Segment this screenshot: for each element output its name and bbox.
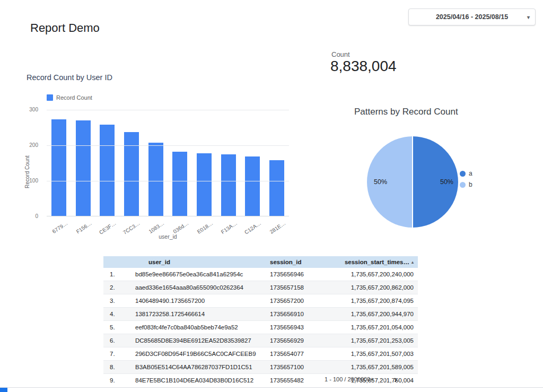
date-range-value: 2025/04/16 - 2025/08/15 <box>436 13 508 21</box>
table-header-row: user_idsession_idsession_start_times…▴ <box>103 256 418 268</box>
row-index-cell: 4. <box>103 308 129 320</box>
bar[interactable] <box>221 154 236 216</box>
bar[interactable] <box>245 156 260 216</box>
bar[interactable] <box>197 153 212 216</box>
gridline <box>47 216 289 216</box>
bar-chart-title: Record Count by User ID <box>27 73 112 82</box>
table-row: 7.296D3CF08D954F19B66C5AC0CAFCEEB9173565… <box>103 347 418 361</box>
column-header[interactable]: user_id <box>129 256 266 268</box>
session-id-cell: 1735656946 <box>266 268 322 281</box>
pie-divider <box>412 136 413 228</box>
user-id-cell: 1406489490.1735657200 <box>129 294 266 307</box>
scorecard-label: Count <box>331 50 350 58</box>
x-tick-label: 1083… <box>148 220 165 234</box>
date-range-selector[interactable]: 2025/04/16 - 2025/08/15 ▾ <box>408 8 536 25</box>
row-index-cell: 3. <box>103 294 129 307</box>
x-tick-label: F156… <box>75 220 92 234</box>
row-index-cell: 6. <box>103 334 129 347</box>
row-index-cell: 9. <box>103 374 129 384</box>
gridline <box>47 145 289 146</box>
bars <box>47 110 289 216</box>
user-id-cell: eef083fc4fe7c0ba840ab5beb74e9a52 <box>129 321 266 334</box>
legend-swatch <box>47 94 53 101</box>
bar-slot <box>265 110 289 216</box>
bar-slot <box>216 110 241 216</box>
prev-page-button[interactable]: ‹ <box>382 376 386 383</box>
session-start-cell: 1,735,657,201,253,005 <box>322 334 418 347</box>
column-header[interactable]: session_start_times…▴ <box>322 256 418 268</box>
bar-slot <box>95 110 119 216</box>
table-row: 3.1406489490.173565720017356572001,735,6… <box>103 294 418 308</box>
column-header-index <box>103 256 129 268</box>
pie-legend-item[interactable]: b <box>460 181 472 188</box>
bar[interactable] <box>148 143 163 216</box>
bar-chart-plot <box>47 110 289 216</box>
bar-chart-legend[interactable]: Record Count <box>47 94 92 101</box>
pie-slice-label-a: 50% <box>440 178 453 186</box>
user-id-cell: bd85e9ee866675e0ea36ca841a62954c <box>129 268 266 281</box>
x-tick-label: 281E… <box>269 220 287 235</box>
footer-accent <box>0 388 7 392</box>
page-title: Report Demo <box>30 21 100 35</box>
bar[interactable] <box>172 152 187 216</box>
column-header-label: session_start_times… <box>345 259 409 265</box>
session-id-cell: 1735655482 <box>266 374 322 384</box>
y-tick-label: 300 <box>21 107 38 112</box>
legend-label: a <box>469 170 472 177</box>
bar[interactable] <box>76 120 91 216</box>
pie-chart-title: Patterns by Record Count <box>354 107 458 117</box>
table-row: 4.1381723258.172546661417356569101,735,6… <box>103 308 418 321</box>
bar[interactable] <box>100 125 115 216</box>
bar-slot <box>241 110 265 216</box>
user-id-cell: 84E7E5BC1B104D6EA034D83B0D16C512 <box>129 374 266 384</box>
row-index-cell: 8. <box>103 361 129 373</box>
legend-label: Record Count <box>56 94 92 101</box>
bar[interactable] <box>269 160 284 216</box>
bar-slot <box>119 110 144 216</box>
session-start-cell: 1,735,657,201,589,005 <box>322 361 418 373</box>
next-page-button[interactable]: › <box>394 376 397 383</box>
gridline <box>47 181 289 181</box>
session-start-cell: 1,735,657,200,874,095 <box>322 294 418 307</box>
gridline <box>47 110 289 110</box>
pagination: 1 - 100 / 2000000+ ‹ › <box>325 376 397 383</box>
bar-slot <box>144 110 168 216</box>
pagination-range-label: 1 - 100 / 2000000+ <box>325 376 374 382</box>
x-tick-label: 6779… <box>51 220 68 234</box>
row-index-cell: 5. <box>103 321 129 334</box>
x-axis-title: user_id <box>47 233 289 240</box>
pie-legend-item[interactable]: a <box>460 170 472 177</box>
x-tick-label: E018… <box>196 220 214 235</box>
bar-slot <box>192 110 216 216</box>
scorecard-value: 8,838,004 <box>330 58 397 75</box>
session-id-cell: 1735657200 <box>266 294 322 307</box>
column-header[interactable]: session_id <box>266 256 322 268</box>
footer-divider <box>0 387 543 388</box>
table-row: 5.eef083fc4fe7c0ba840ab5beb74e9a52173565… <box>103 321 418 334</box>
user-id-cell: 1381723258.1725466614 <box>129 308 266 320</box>
sort-ascending-icon: ▴ <box>411 260 414 265</box>
bar-slot <box>47 110 71 216</box>
session-id-cell: 1735656929 <box>266 334 322 347</box>
session-start-cell: 1,735,657,200,240,000 <box>322 268 418 281</box>
x-tick-label: 036d… <box>172 220 190 234</box>
table-row: 8.B3AB05E514C64AA786287037FD1D1C51173565… <box>103 361 418 374</box>
session-start-cell: 1,735,657,201,507,003 <box>322 347 418 360</box>
row-index-cell: 1. <box>103 268 129 281</box>
session-start-cell: 1,735,657,201,054,000 <box>322 321 418 334</box>
user-id-cell: DC85685D8E394BE6912EA52D83539827 <box>129 334 266 347</box>
user-id-cell: 296D3CF08D954F19B66C5AC0CAFCEEB9 <box>129 347 266 360</box>
table-row: 1.bd85e9ee866675e0ea36ca841a62954c173565… <box>103 268 418 281</box>
session-start-cell: 1,735,657,200,944,970 <box>322 308 418 320</box>
pie-legend: ab <box>460 170 472 188</box>
bar[interactable] <box>51 119 66 216</box>
session-id-cell: 1735656943 <box>266 321 322 334</box>
row-index-cell: 2. <box>103 281 129 294</box>
pie[interactable]: 50% 50% <box>367 136 458 228</box>
bar[interactable] <box>124 132 139 216</box>
legend-label: b <box>469 181 472 188</box>
table-row: 2.aaed336e1654aaa80a655090c0262364173565… <box>103 281 418 294</box>
y-axis-title: Record Count <box>24 138 30 188</box>
x-tick-label: F13A… <box>220 220 238 235</box>
session-id-cell: 1735656910 <box>266 308 322 320</box>
